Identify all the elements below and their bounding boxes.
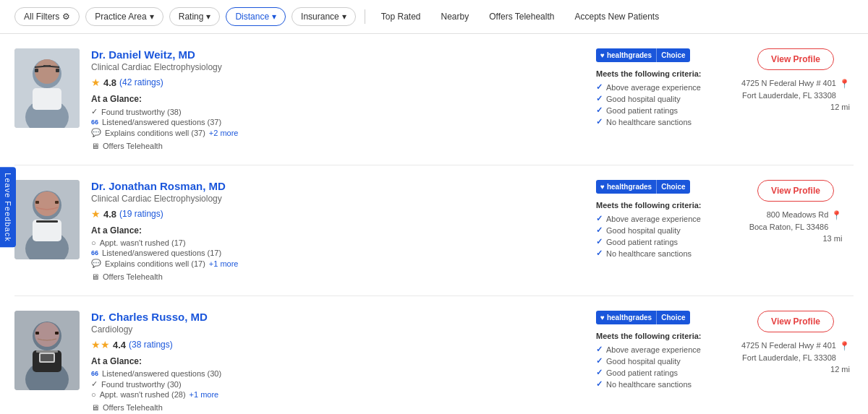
check-icon: ✓	[596, 225, 603, 235]
criteria-text-2-0: Above average experience	[606, 215, 701, 223]
nearby-button[interactable]: Nearby	[434, 8, 477, 25]
nearby-label: Nearby	[441, 12, 469, 22]
top-rated-label: Top Rated	[381, 12, 421, 22]
criteria-item-2-1: ✓ Good hospital quality	[596, 225, 726, 235]
glance-icon-1-0: ✓	[91, 107, 98, 116]
all-filters-button[interactable]: All Filters ⚙	[14, 7, 80, 26]
criteria-item-1-1: ✓ Good hospital quality	[596, 94, 726, 103]
rating-count-1[interactable]: (42 ratings)	[119, 77, 163, 87]
top-rated-button[interactable]: Top Rated	[374, 8, 428, 25]
star-icon: ★	[91, 77, 101, 88]
criteria-text-3-1: Good hospital quality	[606, 357, 681, 366]
right-section-3: View Profile 4725 N Federal Hwy # 401 Fo…	[738, 311, 854, 376]
more-link-1[interactable]: +2 more	[209, 129, 239, 137]
at-glance-title-3: At a Glance:	[91, 356, 584, 366]
accepts-new-patients-label: Accepts New Patients	[574, 12, 659, 22]
criteria-text-3-3: No healthcare sanctions	[606, 380, 692, 389]
distance-1: 12 mi	[741, 101, 850, 113]
view-profile-button-1[interactable]: View Profile	[757, 48, 834, 70]
rating-score-3: 4.4	[113, 340, 126, 350]
glance-item-1-2: 💬 Explains conditions well (37) +2 more	[91, 128, 584, 137]
svg-rect-5	[35, 69, 38, 72]
feedback-label: Leave Feedback	[4, 173, 12, 241]
doctor-photo-1	[14, 48, 80, 128]
check-icon: ✓	[596, 94, 603, 103]
at-glance-title-1: At a Glance:	[91, 94, 584, 104]
telehealth-row-2: 🖥 Offers Telehealth	[91, 272, 584, 281]
more-link-3[interactable]: +1 more	[190, 390, 219, 399]
offers-telehealth-label: Offers Telehealth	[489, 12, 554, 22]
feedback-sidebar[interactable]: Leave Feedback	[0, 167, 16, 247]
doctor-name-3[interactable]: Dr. Charles Russo, MD	[91, 311, 584, 323]
insurance-button[interactable]: Insurance ▾	[292, 7, 356, 26]
view-profile-button-2[interactable]: View Profile	[757, 180, 834, 202]
svg-rect-14	[35, 201, 39, 204]
filter-bar: All Filters ⚙ Practice Area ▾ Rating ▾ D…	[0, 0, 868, 34]
telehealth-label-1: Offers Telehealth	[103, 142, 163, 150]
view-profile-label-2: View Profile	[771, 186, 820, 196]
criteria-item-3-3: ✓ No healthcare sanctions	[596, 379, 726, 389]
pin-icon-3: 📍	[839, 340, 850, 353]
view-profile-button-3[interactable]: View Profile	[757, 311, 834, 332]
criteria-title-1: Meets the following criteria:	[596, 69, 726, 78]
distance-label: Distance	[235, 12, 269, 22]
rating-row-3: ★★ 4.4 (38 ratings)	[91, 339, 584, 350]
telehealth-label-3: Offers Telehealth	[103, 403, 163, 412]
more-link-2[interactable]: +1 more	[209, 259, 239, 268]
check-icon: ✓	[596, 368, 603, 377]
check-icon: ✓	[596, 345, 603, 354]
svg-rect-22	[35, 332, 39, 335]
doctor-name-2[interactable]: Dr. Jonathan Rosman, MD	[91, 180, 584, 192]
criteria-text-1-0: Above average experience	[606, 83, 701, 92]
offers-telehealth-button[interactable]: Offers Telehealth	[482, 8, 561, 25]
doctor-name-1[interactable]: Dr. Daniel Weitz, MD	[91, 48, 584, 61]
address-line1-1: 4725 N Federal Hwy # 401	[741, 77, 836, 90]
criteria-text-1-3: No healthcare sanctions	[606, 118, 692, 126]
criteria-title-3: Meets the following criteria:	[596, 332, 726, 340]
star-icon: ★	[91, 208, 101, 220]
practice-area-label: Practice Area	[95, 12, 146, 22]
view-profile-label-1: View Profile	[771, 54, 820, 64]
criteria-title-2: Meets the following criteria:	[596, 201, 726, 210]
chevron-down-icon: ▾	[272, 12, 276, 22]
heart-icon-2: ♥	[600, 183, 605, 191]
pin-icon-2: 📍	[831, 209, 842, 222]
criteria-item-1-3: ✓ No healthcare sanctions	[596, 117, 726, 126]
criteria-item-2-3: ✓ No healthcare sanctions	[596, 249, 726, 258]
check-icon: ✓	[596, 117, 603, 126]
glance-icon-2-0: ○	[91, 238, 96, 247]
svg-rect-3	[33, 88, 61, 110]
distance-button[interactable]: Distance ▾	[226, 7, 286, 26]
accepts-new-patients-button[interactable]: Accepts New Patients	[567, 8, 666, 25]
check-icon: ✓	[596, 237, 603, 246]
rating-count-2[interactable]: (19 ratings)	[119, 209, 163, 219]
criteria-text-3-0: Above average experience	[606, 345, 701, 354]
distance-3: 12 mi	[741, 363, 850, 376]
pin-icon-1: 📍	[839, 77, 850, 90]
glance-text-3-2: Appt. wasn't rushed (28)	[100, 390, 186, 399]
address-line2-2: Boca Raton, FL 33486	[749, 221, 829, 233]
glance-item-1-1: 66 Listened/answered questions (37)	[91, 118, 584, 126]
address-line2-3: Fort Lauderdale, FL 33308	[741, 352, 836, 364]
check-icon: ✓	[596, 379, 603, 389]
chevron-down-icon: ▾	[206, 12, 210, 22]
criteria-item-1-2: ✓ Good patient ratings	[596, 105, 726, 115]
hg-logo-3: ♥ healthgrades	[596, 311, 656, 324]
svg-point-4	[35, 59, 59, 84]
check-icon: ✓	[596, 82, 603, 92]
star-icon: ★★	[91, 339, 110, 350]
practice-area-button[interactable]: Practice Area ▾	[85, 7, 163, 26]
rating-score-2: 4.8	[103, 209, 116, 220]
rating-button[interactable]: Rating ▾	[169, 7, 221, 26]
address-text-3: 4725 N Federal Hwy # 401 Fort Lauderdale…	[741, 340, 836, 363]
distance-2: 13 mi	[749, 233, 843, 245]
address-row-1: 4725 N Federal Hwy # 401 Fort Lauderdale…	[741, 77, 850, 101]
address-text-2: 800 Meadows Rd Boca Raton, FL 33486	[749, 209, 829, 233]
glance-text-2-1: Listened/answered questions (17)	[102, 249, 221, 257]
address-text-1: 4725 N Federal Hwy # 401 Fort Lauderdale…	[741, 77, 836, 101]
chevron-down-icon: ▾	[150, 12, 154, 22]
rating-count-3[interactable]: (38 ratings)	[129, 340, 173, 350]
all-filters-label: All Filters	[24, 12, 59, 22]
rating-row-1: ★ 4.8 (42 ratings)	[91, 77, 584, 88]
glance-text-1-0: Found trustworthy (38)	[101, 108, 182, 116]
